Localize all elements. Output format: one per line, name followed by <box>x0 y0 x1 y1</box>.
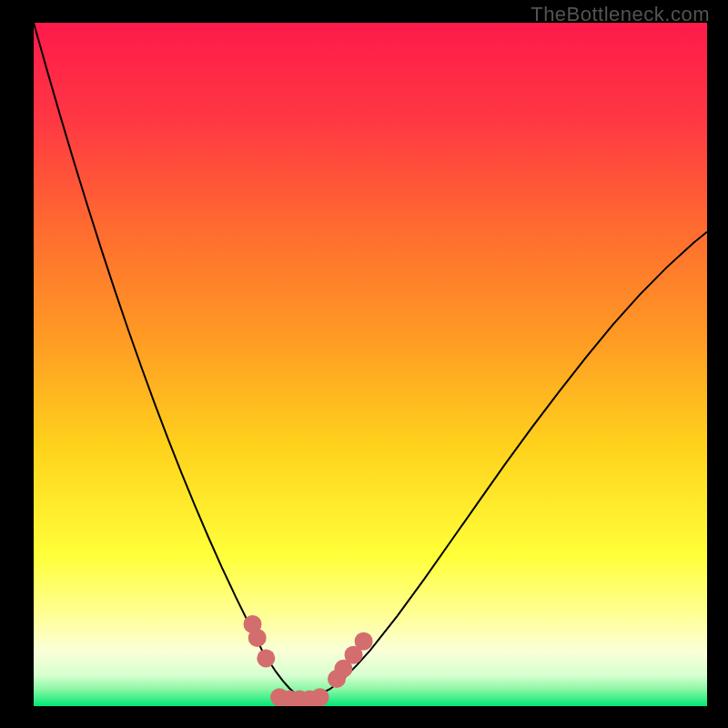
chart-plot-area <box>34 23 707 706</box>
watermark-text: TheBottleneck.com <box>531 3 710 26</box>
chart-frame: TheBottleneck.com <box>0 0 728 728</box>
right-marker-4 <box>355 632 373 651</box>
left-marker-3 <box>257 649 275 667</box>
bottom-marker-5 <box>311 688 329 706</box>
left-marker-2 <box>248 629 267 647</box>
chart-svg <box>34 23 707 706</box>
gradient-background <box>34 23 707 706</box>
